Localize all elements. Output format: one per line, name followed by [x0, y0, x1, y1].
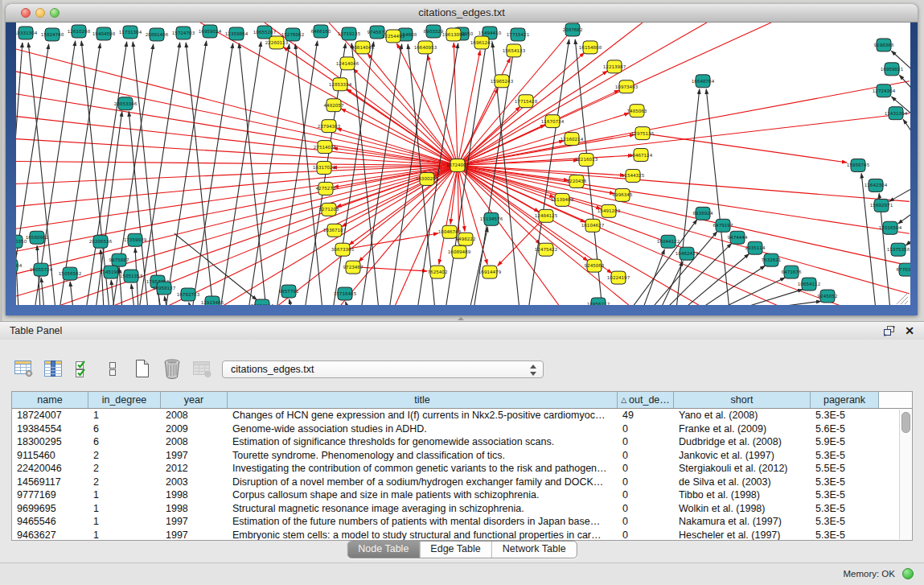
new-table-button[interactable] — [132, 357, 153, 380]
zoom-window-button[interactable] — [50, 8, 60, 18]
table-row[interactable]: 946554611997Estimation of the future num… — [12, 515, 912, 529]
tab-network-table[interactable]: Network Table — [491, 542, 577, 558]
table-cell[interactable]: 2009 — [161, 422, 228, 436]
table-cell[interactable]: Estimation of the future numbers of pati… — [228, 515, 618, 529]
table-cell[interactable]: 2003 — [161, 476, 228, 489]
table-cell[interactable]: Yano et al. (2008) — [674, 409, 811, 422]
column-header-name[interactable]: name — [12, 392, 88, 408]
table-cell[interactable]: 5.5E-5 — [811, 462, 879, 476]
network-canvas[interactable]: 1833130415824748126102981940459811731304… — [16, 23, 910, 305]
table-cell[interactable]: 2008 — [161, 409, 228, 422]
window-titlebar[interactable]: citations_edges.txt — [6, 4, 918, 23]
table-settings-button[interactable] — [13, 357, 34, 380]
table-cell[interactable]: 6 — [88, 435, 161, 449]
table-row[interactable]: 977716911998Corpus callosum shape and si… — [12, 488, 912, 502]
table-cell[interactable]: 0 — [618, 476, 674, 489]
table-cell[interactable]: 9463627 — [12, 529, 88, 542]
table-cell[interactable]: 1997 — [161, 529, 228, 542]
table-cell[interactable]: 2 — [88, 462, 161, 476]
table-cell[interactable]: 0 — [618, 488, 674, 502]
close-window-button[interactable] — [21, 8, 31, 18]
table-cell[interactable]: Corpus callosum shape and size in male p… — [228, 488, 618, 502]
column-header-pagerank[interactable]: pagerank — [811, 392, 879, 408]
table-cell[interactable]: 1 — [88, 529, 161, 542]
table-cell[interactable]: 0 — [618, 435, 674, 449]
table-cell[interactable]: 5.3E-5 — [811, 449, 879, 463]
table-cell[interactable]: 1 — [88, 502, 161, 516]
table-cell[interactable]: 1 — [88, 515, 161, 529]
table-cell[interactable]: 1998 — [161, 502, 228, 516]
table-cell[interactable]: 9465546 — [12, 515, 88, 529]
table-cell[interactable]: 0 — [618, 502, 674, 516]
table-cell[interactable]: 1 — [88, 409, 161, 422]
float-panel-icon[interactable] — [884, 326, 895, 336]
table-cell[interactable]: Hescheler et al. (1997) — [674, 529, 811, 542]
table-cell[interactable]: Investigating the contribution of common… — [228, 462, 618, 476]
panel-splitter-handle[interactable] — [455, 316, 468, 320]
table-cell[interactable]: 5.3E-5 — [811, 529, 879, 542]
table-cell[interactable]: 5.3E-5 — [811, 409, 879, 422]
table-row[interactable]: 969969511998Structural magnetic resonanc… — [12, 502, 912, 516]
table-cell[interactable]: Stergiakouli et al. (2012) — [674, 462, 811, 476]
minimize-window-button[interactable] — [35, 8, 45, 18]
show-columns-button[interactable] — [43, 357, 64, 380]
table-cell[interactable]: 2 — [88, 449, 161, 463]
table-cell[interactable]: Changes of HCN gene expression and I(f) … — [228, 409, 618, 422]
table-cell[interactable]: Nakamura et al. (1997) — [674, 515, 811, 529]
scrollbar-thumb[interactable] — [901, 412, 910, 433]
column-header-short[interactable]: short — [674, 392, 811, 408]
table-cell[interactable]: 0 — [618, 529, 674, 542]
tab-node-table[interactable]: Node Table — [347, 542, 419, 558]
table-cell[interactable]: 5.9E-5 — [811, 435, 879, 449]
table-row[interactable]: 2242004622012Investigating the contribut… — [12, 462, 912, 476]
table-row[interactable]: 1872400712008Changes of HCN gene express… — [12, 409, 912, 422]
citation-graph[interactable]: 1833130415824748126102981940459811731304… — [16, 23, 910, 305]
table-cell[interactable]: Tibbo et al. (1998) — [674, 488, 811, 502]
table-cell[interactable]: 2 — [88, 476, 161, 489]
table-cell[interactable]: Jankovic et al. (1997) — [674, 449, 811, 463]
column-header-title[interactable]: title — [228, 392, 618, 408]
table-cell[interactable]: 9699695 — [12, 502, 88, 516]
table-row[interactable]: 1830029562008Estimation of significance … — [12, 435, 912, 449]
table-cell[interactable]: 0 — [618, 515, 674, 529]
table-cell[interactable]: Wolkin et al. (1998) — [674, 502, 811, 516]
table-row[interactable]: 946362711997Embryonic stem cells: a mode… — [12, 529, 912, 542]
table-cell[interactable]: 14569117 — [12, 476, 88, 489]
table-cell[interactable]: 6 — [88, 422, 161, 436]
table-cell[interactable]: 9777169 — [12, 488, 88, 502]
table-cell[interactable]: 0 — [618, 422, 674, 436]
memory-status-indicator[interactable] — [902, 568, 914, 579]
select-columns-button[interactable] — [72, 357, 93, 380]
table-cell[interactable]: 5.6E-5 — [811, 422, 879, 436]
table-row[interactable]: 911546021997Tourette syndrome. Phenomeno… — [12, 449, 912, 463]
table-cell[interactable]: Tourette syndrome. Phenomenology and cla… — [228, 449, 618, 463]
tab-edge-table[interactable]: Edge Table — [419, 542, 491, 558]
table-cell[interactable]: 18300295 — [12, 435, 88, 449]
table-cell[interactable]: Embryonic stem cells: a model to study s… — [228, 529, 618, 542]
table-cell[interactable]: 1998 — [161, 488, 228, 502]
table-cell[interactable]: 9115460 — [12, 449, 88, 463]
table-cell[interactable]: 2008 — [161, 435, 228, 449]
table-cell[interactable]: 1997 — [161, 515, 228, 529]
table-cell[interactable]: 19384554 — [12, 422, 88, 436]
table-cell[interactable]: de Silva et al. (2003) — [674, 476, 811, 489]
table-source-dropdown[interactable]: citations_edges.txt — [222, 360, 544, 378]
table-cell[interactable]: Genome-wide association studies in ADHD. — [228, 422, 618, 436]
table-row[interactable]: 1938455462009Genome-wide association stu… — [12, 422, 912, 436]
column-header-year[interactable]: year — [161, 392, 228, 408]
table-cell[interactable]: Dudbridge et al. (2008) — [674, 435, 811, 449]
table-cell[interactable]: 5.3E-5 — [811, 488, 879, 502]
table-cell[interactable]: 0 — [618, 462, 674, 476]
table-cell[interactable]: 1997 — [161, 449, 228, 463]
table-row[interactable]: 1456911722003Disruption of a novel membe… — [12, 476, 912, 489]
table-cell[interactable]: 2012 — [161, 462, 228, 476]
row-options-button[interactable] — [102, 357, 123, 380]
table-cell[interactable]: 5.3E-5 — [811, 476, 879, 489]
table-cell[interactable]: Disruption of a novel member of a sodium… — [228, 476, 618, 489]
table-cell[interactable]: 0 — [618, 449, 674, 463]
column-header-in_degree[interactable]: in_degree — [88, 392, 161, 408]
table-cell[interactable]: 22420046 — [12, 462, 88, 476]
close-panel-icon[interactable]: ✕ — [905, 324, 914, 337]
column-header-out_de[interactable]: △out_de… — [618, 392, 674, 408]
table-cell[interactable]: Structural magnetic resonance image aver… — [228, 502, 618, 516]
